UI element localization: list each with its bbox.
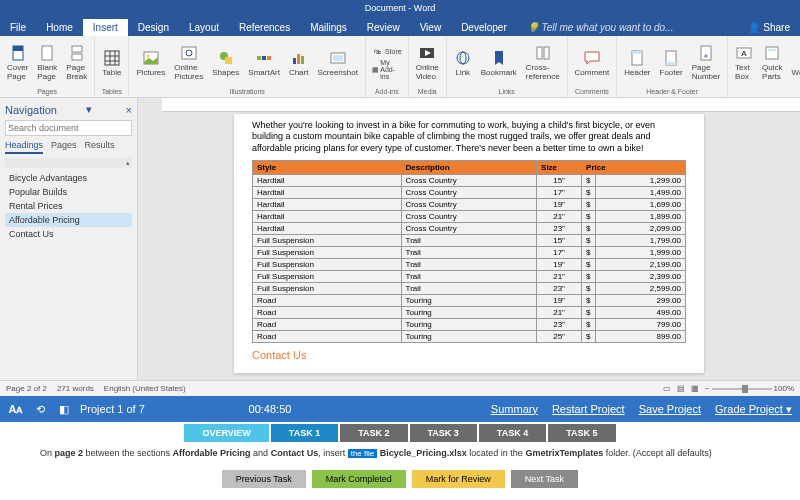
svg-rect-4 <box>72 54 82 60</box>
view-read-icon[interactable]: ▭ <box>663 384 671 393</box>
page-break-button[interactable]: Page Break <box>63 42 90 83</box>
svg-rect-39 <box>768 49 776 51</box>
restart-link[interactable]: Restart Project <box>552 403 625 416</box>
svg-rect-38 <box>766 47 778 59</box>
cover-page-icon <box>9 44 27 62</box>
page-number-button[interactable]: #Page Number <box>689 42 723 83</box>
cover-page-button[interactable]: Cover Page <box>4 42 31 83</box>
save-link[interactable]: Save Project <box>639 403 701 416</box>
mark-review-button[interactable]: Mark for Review <box>412 470 505 488</box>
status-lang[interactable]: English (United States) <box>104 384 186 393</box>
table-row: RoadTouring21"$499.00 <box>253 306 686 318</box>
smartart-button[interactable]: SmartArt <box>245 47 283 79</box>
tab-mailings[interactable]: Mailings <box>300 19 357 36</box>
cross-ref-icon <box>534 44 552 62</box>
mark-completed-button[interactable]: Mark Completed <box>312 470 406 488</box>
table-row: RoadTouring23"$799.00 <box>253 318 686 330</box>
tab-task5[interactable]: TASK 5 <box>548 424 615 442</box>
tab-home[interactable]: Home <box>36 19 83 36</box>
table-row: Full SuspensionTrail21"$2,399.00 <box>253 270 686 282</box>
tab-file[interactable]: File <box>0 19 36 36</box>
layout-icon[interactable]: ◧ <box>56 401 72 417</box>
col-style: Style <box>253 160 402 174</box>
wordart-button[interactable]: AWordArt <box>789 47 800 79</box>
bookmark-button[interactable]: Bookmark <box>478 47 520 79</box>
group-tables: Tables <box>99 87 124 95</box>
nav-item[interactable]: Popular Builds <box>5 185 132 199</box>
font-size-icon[interactable]: Aᴀ <box>8 401 24 417</box>
table-button[interactable]: Table <box>99 47 124 79</box>
document-area[interactable]: Whether you're looking to invest in a bi… <box>138 98 800 380</box>
nav-tab-pages[interactable]: Pages <box>51 140 77 154</box>
tab-insert[interactable]: Insert <box>83 19 128 36</box>
tab-developer[interactable]: Developer <box>451 19 517 36</box>
textbox-icon: A <box>735 44 753 62</box>
chart-button[interactable]: Chart <box>286 47 312 79</box>
nav-item[interactable]: Rental Prices <box>5 199 132 213</box>
screenshot-button[interactable]: Screenshot <box>314 47 360 79</box>
nav-item[interactable]: Contact Us <box>5 227 132 241</box>
svg-rect-29 <box>544 47 549 59</box>
my-addins-button[interactable]: ▦My Add-ins <box>370 58 404 81</box>
svg-rect-1 <box>13 46 23 51</box>
cross-reference-button[interactable]: Cross-reference <box>523 42 563 83</box>
next-task-button[interactable]: Next Task <box>511 470 578 488</box>
tab-review[interactable]: Review <box>357 19 410 36</box>
nav-tab-headings[interactable]: Headings <box>5 140 43 154</box>
svg-text:A: A <box>741 49 747 58</box>
tab-layout[interactable]: Layout <box>179 19 229 36</box>
nav-headings-list: Bicycle Advantages Popular Builds Rental… <box>5 171 132 241</box>
share-button[interactable]: 👤Share <box>738 19 800 36</box>
pictures-button[interactable]: Pictures <box>133 47 168 79</box>
status-words[interactable]: 271 words <box>57 384 94 393</box>
nav-item[interactable]: Affordable Pricing <box>5 213 132 227</box>
online-pictures-icon <box>180 44 198 62</box>
blank-page-button[interactable]: Blank Page <box>34 42 60 83</box>
tell-me[interactable]: 💡 Tell me what you want to do... <box>517 19 684 36</box>
nav-dropdown-icon[interactable]: ▾ <box>86 103 92 116</box>
view-web-icon[interactable]: ▦ <box>691 384 699 393</box>
nav-search-input[interactable] <box>5 120 132 136</box>
reset-icon[interactable]: ⟲ <box>32 401 48 417</box>
tab-task4[interactable]: TASK 4 <box>479 424 546 442</box>
comment-icon <box>583 49 601 67</box>
online-pictures-button[interactable]: Online Pictures <box>171 42 206 83</box>
tab-overview[interactable]: OVERVIEW <box>184 424 268 442</box>
quick-parts-button[interactable]: Quick Parts <box>759 42 785 83</box>
tab-task1[interactable]: TASK 1 <box>271 424 338 442</box>
svg-rect-18 <box>267 56 271 60</box>
tab-references[interactable]: References <box>229 19 300 36</box>
store-button[interactable]: 🛍Store <box>370 44 404 58</box>
nav-item[interactable]: Bicycle Advantages <box>5 171 132 185</box>
nav-tab-results[interactable]: Results <box>85 140 115 154</box>
smartart-icon <box>255 49 273 67</box>
shapes-icon <box>217 49 235 67</box>
grade-link[interactable]: Grade Project ▾ <box>715 403 792 416</box>
textbox-button[interactable]: AText Box <box>732 42 756 83</box>
table-icon <box>103 49 121 67</box>
ribbon: Cover Page Blank Page Page Break Pages T… <box>0 36 800 98</box>
shapes-button[interactable]: Shapes <box>209 47 242 79</box>
tab-task3[interactable]: TASK 3 <box>410 424 477 442</box>
nav-collapse[interactable]: ▴ <box>5 158 132 168</box>
svg-rect-17 <box>262 56 266 60</box>
tab-task2[interactable]: TASK 2 <box>340 424 407 442</box>
share-icon: 👤 <box>748 22 760 33</box>
tab-design[interactable]: Design <box>128 19 179 36</box>
header-button[interactable]: Header <box>621 47 653 79</box>
table-row: HardtailCross Country21"$1,899.00 <box>253 210 686 222</box>
summary-link[interactable]: Summary <box>491 403 538 416</box>
online-video-button[interactable]: Online Video <box>413 42 442 83</box>
comment-button[interactable]: Comment <box>572 47 613 79</box>
view-print-icon[interactable]: ▤ <box>677 384 685 393</box>
zoom-slider[interactable]: −100% <box>705 384 794 393</box>
previous-task-button[interactable]: Previous Task <box>222 470 306 488</box>
link-button[interactable]: Link <box>451 47 475 79</box>
group-pages: Pages <box>4 87 90 95</box>
tab-view[interactable]: View <box>410 19 452 36</box>
table-row: HardtailCross Country23"$2,099.00 <box>253 222 686 234</box>
footer-button[interactable]: Footer <box>657 47 686 79</box>
ruler[interactable] <box>162 98 800 112</box>
nav-close-icon[interactable]: × <box>126 104 132 116</box>
status-page[interactable]: Page 2 of 2 <box>6 384 47 393</box>
